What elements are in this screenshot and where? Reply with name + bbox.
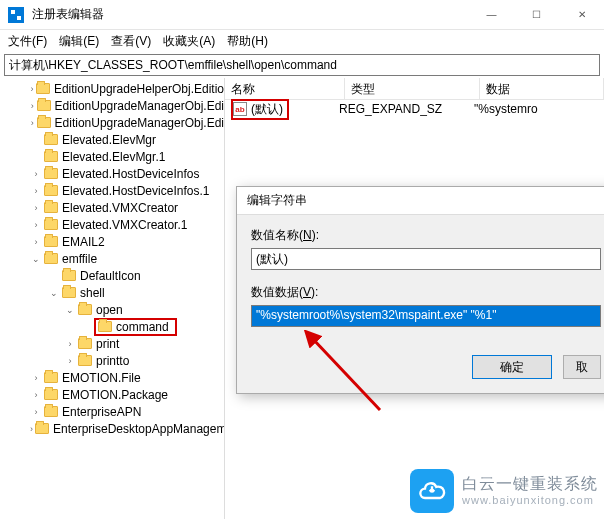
tree-node[interactable]: ›EditionUpgradeManagerObj.Edi [0, 97, 224, 114]
tree-node[interactable]: ›Elevated.VMXCreator [0, 199, 224, 216]
folder-icon [36, 83, 50, 94]
chevron-down-icon[interactable]: ⌄ [30, 253, 42, 265]
tree-node[interactable]: DefaultIcon [0, 267, 224, 284]
ok-button[interactable]: 确定 [472, 355, 552, 379]
chevron-down-icon[interactable]: ⌄ [48, 287, 60, 299]
twisty-none [80, 321, 92, 333]
menu-favorites[interactable]: 收藏夹(A) [163, 33, 215, 50]
folder-icon [44, 389, 58, 400]
maximize-button[interactable]: ☐ [514, 0, 559, 29]
row-type: REG_EXPAND_SZ [339, 102, 474, 116]
chevron-right-icon[interactable]: › [30, 83, 34, 95]
menu-view[interactable]: 查看(V) [111, 33, 151, 50]
edit-string-dialog: 编辑字符串 数值名称(N): 数值数据(V): "%systemroot%\sy… [236, 186, 604, 394]
tree-node[interactable]: ⌄open [0, 301, 224, 318]
col-header-name[interactable]: 名称 [225, 78, 345, 99]
row-name: (默认) [251, 101, 283, 118]
tree-node-label: Elevated.VMXCreator.1 [62, 218, 187, 232]
folder-icon [37, 117, 51, 128]
folder-icon [35, 423, 49, 434]
tree-node[interactable]: ›EMAIL2 [0, 233, 224, 250]
folder-icon [44, 168, 58, 179]
tree-node-label: open [96, 303, 123, 317]
twisty-none [48, 270, 60, 282]
folder-icon [78, 338, 92, 349]
minimize-button[interactable]: — [469, 0, 514, 29]
window-title: 注册表编辑器 [32, 6, 469, 23]
tree-node[interactable]: ›Elevated.HostDeviceInfos [0, 165, 224, 182]
tree-node[interactable]: ›EMOTION.Package [0, 386, 224, 403]
chevron-right-icon[interactable]: › [64, 338, 76, 350]
folder-icon [62, 270, 76, 281]
folder-icon [44, 219, 58, 230]
chevron-right-icon[interactable]: › [30, 423, 33, 435]
tree-node[interactable]: Elevated.ElevMgr [0, 131, 224, 148]
tree-node[interactable]: ›print [0, 335, 224, 352]
chevron-right-icon[interactable]: › [64, 355, 76, 367]
cancel-button[interactable]: 取 [563, 355, 601, 379]
tree-node[interactable]: ›Elevated.HostDeviceInfos.1 [0, 182, 224, 199]
chevron-right-icon[interactable]: › [30, 372, 42, 384]
tree-node[interactable]: ›EditionUpgradeManagerObj.Edi [0, 114, 224, 131]
tree-node-label: Elevated.VMXCreator [62, 201, 178, 215]
tree-node-label: EditionUpgradeHelperObj.Editio [54, 82, 224, 96]
chevron-right-icon[interactable]: › [30, 236, 42, 248]
chevron-right-icon[interactable]: › [30, 219, 42, 231]
tree-node-label: EditionUpgradeManagerObj.Edi [55, 116, 224, 130]
value-name-label: 数值名称(N): [251, 227, 601, 244]
folder-icon [37, 100, 51, 111]
tree-node-label: EMAIL2 [62, 235, 105, 249]
dialog-title: 编辑字符串 [237, 187, 604, 215]
menubar: 文件(F) 编辑(E) 查看(V) 收藏夹(A) 帮助(H) [0, 30, 604, 52]
tree-node[interactable]: ⌄emffile [0, 250, 224, 267]
value-name-input[interactable] [251, 248, 601, 270]
folder-icon [44, 202, 58, 213]
watermark: 白云一键重装系统 www.baiyunxitong.com [410, 469, 598, 513]
tree-node[interactable]: ›printto [0, 352, 224, 369]
tree-node-label: EnterpriseDesktopAppManagem [53, 422, 225, 436]
tree-node[interactable]: ›Elevated.VMXCreator.1 [0, 216, 224, 233]
tree-node-label: shell [80, 286, 105, 300]
tree-node[interactable]: ⌄shell [0, 284, 224, 301]
address-bar[interactable]: 计算机\HKEY_CLASSES_ROOT\emffile\shell\open… [4, 54, 600, 76]
tree-node-label: EMOTION.Package [62, 388, 168, 402]
menu-file[interactable]: 文件(F) [8, 33, 47, 50]
folder-icon [78, 304, 92, 315]
chevron-right-icon[interactable]: › [30, 117, 35, 129]
tree-node-label: Elevated.HostDeviceInfos [62, 167, 199, 181]
tree-node[interactable]: ›EditionUpgradeHelperObj.Editio [0, 80, 224, 97]
menu-edit[interactable]: 编辑(E) [59, 33, 99, 50]
chevron-right-icon[interactable]: › [30, 100, 35, 112]
chevron-right-icon[interactable]: › [30, 202, 42, 214]
close-button[interactable]: ✕ [559, 0, 604, 29]
list-row[interactable]: ab (默认) REG_EXPAND_SZ "%systemro [225, 100, 604, 118]
tree-node[interactable]: ›EnterpriseDesktopAppManagem [0, 420, 224, 437]
tree-node[interactable]: ›EMOTION.File [0, 369, 224, 386]
folder-icon [98, 321, 112, 332]
col-header-data[interactable]: 数据 [480, 78, 604, 99]
chevron-right-icon[interactable]: › [30, 185, 42, 197]
string-value-icon: ab [233, 102, 247, 116]
folder-icon [62, 287, 76, 298]
folder-icon [78, 355, 92, 366]
tree-node[interactable]: Elevated.ElevMgr.1 [0, 148, 224, 165]
value-data-input[interactable]: "%systemroot%\system32\mspaint.exe" "%1" [251, 305, 601, 327]
chevron-right-icon[interactable]: › [30, 406, 42, 418]
tree-node-label: command [116, 320, 169, 334]
col-header-type[interactable]: 类型 [345, 78, 480, 99]
menu-help[interactable]: 帮助(H) [227, 33, 268, 50]
chevron-down-icon[interactable]: ⌄ [64, 304, 76, 316]
tree-node[interactable]: ›EnterpriseAPN [0, 403, 224, 420]
tree-node-label: EMOTION.File [62, 371, 141, 385]
tree-node[interactable]: command [0, 318, 224, 335]
twisty-none [30, 134, 42, 146]
cloud-download-icon [410, 469, 454, 513]
tree-panel[interactable]: ›EditionUpgradeHelperObj.Editio›EditionU… [0, 78, 225, 519]
titlebar: 注册表编辑器 — ☐ ✕ [0, 0, 604, 30]
tree-node-label: emffile [62, 252, 97, 266]
folder-icon [44, 236, 58, 247]
tree-node-label: Elevated.HostDeviceInfos.1 [62, 184, 209, 198]
chevron-right-icon[interactable]: › [30, 389, 42, 401]
twisty-none [30, 151, 42, 163]
chevron-right-icon[interactable]: › [30, 168, 42, 180]
